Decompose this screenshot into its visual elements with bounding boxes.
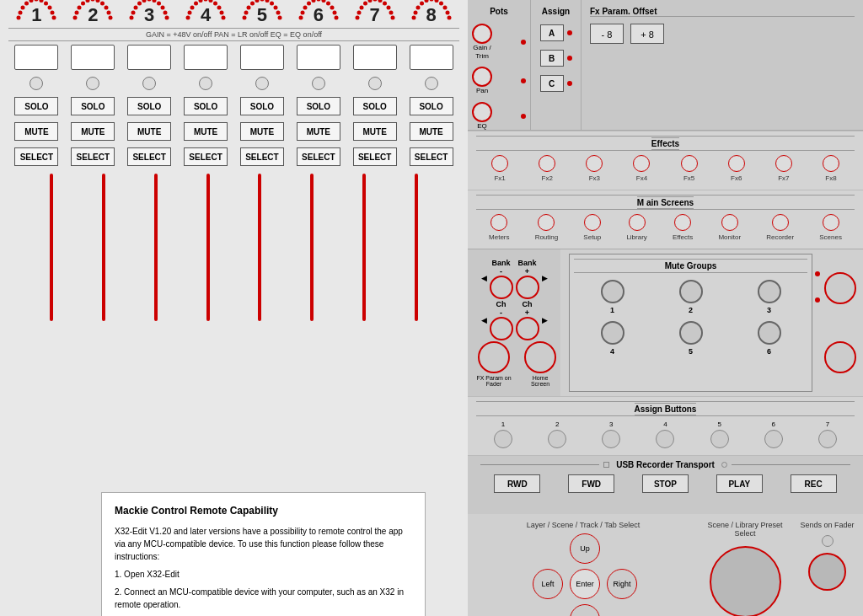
- fx6-knob[interactable]: [728, 155, 745, 172]
- select-7[interactable]: SELECT: [353, 147, 397, 166]
- bank-minus-arrow[interactable]: ◀: [481, 274, 487, 283]
- vertical-fader-5[interactable]: [258, 174, 261, 321]
- fader-5[interactable]: [240, 45, 284, 70]
- assign-btn-b[interactable]: B: [540, 50, 564, 67]
- sends-fader-dot[interactable]: [822, 535, 834, 547]
- screen-recorder-knob[interactable]: [772, 214, 789, 231]
- assign-btn-circle-1[interactable]: [494, 430, 512, 448]
- transport-rec[interactable]: REC: [791, 474, 837, 493]
- mute-btn-5[interactable]: [679, 321, 703, 345]
- assign-btn-circle-3[interactable]: [602, 430, 620, 448]
- mute-6[interactable]: MUTE: [297, 122, 340, 141]
- select-2[interactable]: SELECT: [71, 147, 115, 166]
- fx7-knob[interactable]: [775, 155, 792, 172]
- solo-6[interactable]: SOLO: [297, 97, 340, 115]
- solo-1[interactable]: SOLO: [14, 97, 58, 115]
- knob-8[interactable]: [425, 77, 438, 90]
- solo-7[interactable]: SOLO: [353, 97, 397, 115]
- vertical-fader-2[interactable]: [102, 174, 105, 321]
- scene-preset-knob[interactable]: [710, 546, 781, 616]
- ch-minus-arrow[interactable]: ◀: [481, 316, 487, 324]
- vertical-fader-7[interactable]: [362, 174, 366, 321]
- fader-8[interactable]: [410, 45, 453, 70]
- transport-fwd[interactable]: FWD: [568, 474, 614, 493]
- nav-enter[interactable]: Enter: [570, 569, 600, 599]
- knob-6[interactable]: [312, 77, 325, 90]
- bank-plus-knob[interactable]: [516, 276, 539, 299]
- mute-5[interactable]: MUTE: [240, 122, 284, 141]
- fx1-knob[interactable]: [491, 155, 508, 172]
- right-knob-2[interactable]: [824, 341, 856, 373]
- nav-up[interactable]: Up: [570, 533, 600, 564]
- nav-right[interactable]: Right: [607, 569, 637, 599]
- screen-scenes-knob[interactable]: [823, 214, 839, 231]
- assign-btn-c[interactable]: C: [540, 75, 564, 92]
- fx8-knob[interactable]: [823, 155, 839, 172]
- ch-plus-knob[interactable]: [516, 317, 539, 340]
- assign-btn-circle-4[interactable]: [656, 430, 674, 448]
- screen-meters-knob[interactable]: [490, 214, 507, 231]
- knob-2[interactable]: [86, 77, 99, 90]
- solo-4[interactable]: SOLO: [184, 97, 228, 115]
- mute-btn-6[interactable]: [758, 321, 781, 345]
- mute-btn-1[interactable]: [601, 280, 624, 303]
- screen-routing-knob[interactable]: [538, 214, 555, 231]
- sends-fader-knob[interactable]: [808, 553, 846, 591]
- solo-2[interactable]: SOLO: [71, 97, 115, 115]
- fader-4[interactable]: [184, 45, 228, 70]
- mute-3[interactable]: MUTE: [127, 122, 171, 141]
- pot-eq-knob[interactable]: [472, 102, 492, 122]
- select-5[interactable]: SELECT: [240, 147, 284, 166]
- knob-5[interactable]: [255, 77, 269, 90]
- fx-offset-plus8[interactable]: + 8: [630, 24, 664, 44]
- bank-minus-knob[interactable]: [490, 276, 513, 299]
- transport-play[interactable]: PLAY: [716, 474, 763, 493]
- solo-3[interactable]: SOLO: [127, 97, 171, 115]
- pot-gain-knob[interactable]: [472, 24, 492, 44]
- mute-btn-4[interactable]: [601, 321, 624, 345]
- select-1[interactable]: SELECT: [14, 147, 58, 166]
- mute-4[interactable]: MUTE: [184, 122, 228, 141]
- nav-left[interactable]: Left: [533, 569, 563, 599]
- home-screen-knob[interactable]: [524, 341, 556, 373]
- knob-7[interactable]: [368, 77, 382, 90]
- vertical-fader-8[interactable]: [415, 174, 418, 321]
- fader-3[interactable]: [127, 45, 171, 70]
- fader-2[interactable]: [71, 45, 115, 70]
- mute-7[interactable]: MUTE: [353, 122, 397, 141]
- vertical-fader-1[interactable]: [50, 174, 53, 321]
- vertical-fader-4[interactable]: [206, 174, 210, 321]
- fx3-knob[interactable]: [586, 155, 603, 172]
- screen-effects-knob[interactable]: [674, 214, 691, 231]
- transport-stop[interactable]: STOP: [642, 474, 689, 493]
- solo-5[interactable]: SOLO: [240, 97, 284, 115]
- fader-7[interactable]: [353, 45, 397, 70]
- knob-3[interactable]: [142, 77, 156, 90]
- ch-plus-arrow[interactable]: ▶: [542, 316, 548, 324]
- screen-library-knob[interactable]: [629, 214, 646, 231]
- knob-4[interactable]: [199, 77, 212, 90]
- bank-plus-arrow[interactable]: ▶: [542, 274, 548, 283]
- assign-btn-circle-7[interactable]: [818, 430, 837, 448]
- ch-minus-knob[interactable]: [490, 317, 513, 340]
- assign-btn-circle-6[interactable]: [764, 430, 783, 448]
- solo-8[interactable]: SOLO: [410, 97, 453, 115]
- select-6[interactable]: SELECT: [297, 147, 340, 166]
- fx-param-fader-knob[interactable]: [478, 341, 510, 373]
- transport-rwd[interactable]: RWD: [494, 474, 540, 493]
- right-knob-1[interactable]: [824, 272, 856, 304]
- mute-btn-2[interactable]: [679, 280, 703, 303]
- mute-8[interactable]: MUTE: [410, 122, 453, 141]
- assign-btn-a[interactable]: A: [540, 24, 564, 41]
- fader-6[interactable]: [297, 45, 340, 70]
- fader-1[interactable]: [14, 45, 58, 70]
- vertical-fader-3[interactable]: [154, 174, 158, 321]
- screen-setup-knob[interactable]: [584, 214, 601, 231]
- fx-offset-minus8[interactable]: - 8: [590, 24, 624, 44]
- mute-2[interactable]: MUTE: [71, 122, 115, 141]
- vertical-fader-6[interactable]: [310, 174, 314, 321]
- fx5-knob[interactable]: [681, 155, 698, 172]
- pot-pan-knob[interactable]: [472, 67, 492, 87]
- fx2-knob[interactable]: [539, 155, 555, 172]
- assign-btn-circle-5[interactable]: [710, 430, 729, 448]
